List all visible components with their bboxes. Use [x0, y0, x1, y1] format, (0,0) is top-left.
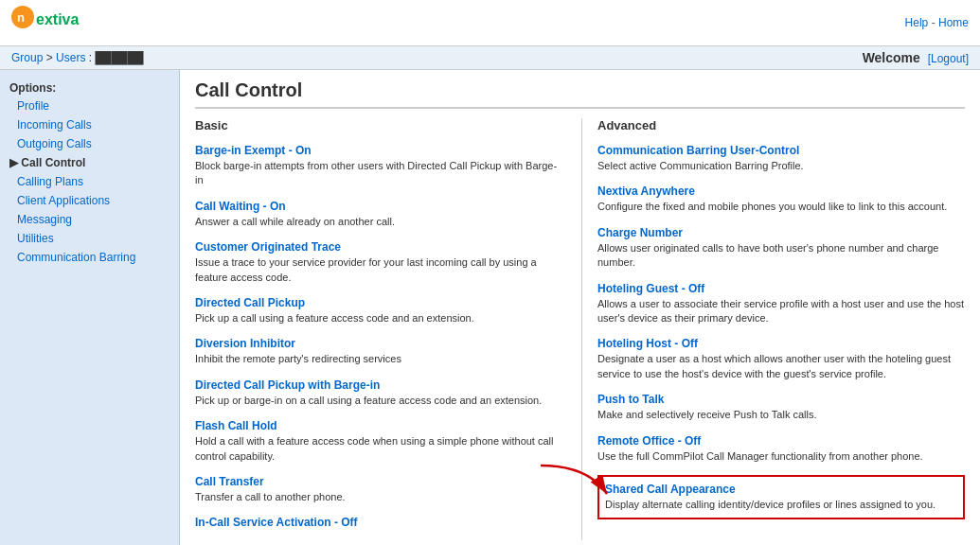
breadcrumb-bar: Group > Users : ██████ Welcome [Logout]: [0, 46, 980, 70]
customer-originated-trace-desc: Issue a trace to your service provider f…: [195, 255, 562, 285]
header: n extiva Help - Home: [0, 0, 980, 46]
nextiva-anywhere-link[interactable]: Nextiva Anywhere: [597, 185, 965, 198]
directed-call-pickup-desc: Pick up a call using a feature access co…: [195, 311, 562, 325]
directed-call-pickup-link[interactable]: Directed Call Pickup: [195, 296, 562, 309]
highlighted-feature-area: Shared Call Appearance Display alternate…: [597, 475, 965, 519]
sidebar-item-messaging[interactable]: Messaging: [0, 210, 179, 229]
remote-office-desc: Use the full CommPilot Call Manager func…: [597, 449, 965, 464]
help-link[interactable]: Help: [905, 16, 929, 29]
directed-call-pickup-barge-desc: Pick up or barge-in on a call using a fe…: [195, 394, 562, 408]
hoteling-host-desc: Designate a user as a host which allows …: [597, 352, 965, 381]
header-separator: -: [932, 16, 938, 29]
advanced-column: Advanced Communication Barring User-Cont…: [581, 118, 965, 540]
feature-hoteling-host: Hoteling Host - Off Designate a user as …: [597, 337, 965, 381]
sidebar-item-call-control[interactable]: Call Control: [0, 153, 179, 172]
content-area: Call Control Basic Barge-in Exempt - On …: [180, 70, 980, 545]
basic-column: Basic Barge-in Exempt - On Block barge-i…: [195, 118, 581, 540]
hoteling-guest-desc: Allows a user to associate their service…: [597, 297, 965, 326]
customer-originated-trace-link[interactable]: Customer Originated Trace: [195, 240, 562, 254]
barge-in-exempt-desc: Block barge-in attempts from other users…: [195, 159, 562, 188]
svg-text:extiva: extiva: [36, 11, 79, 27]
feature-nextiva-anywhere: Nextiva Anywhere Configure the fixed and…: [597, 185, 965, 214]
communication-barring-user-control-desc: Select active Communication Barring Prof…: [597, 159, 965, 173]
breadcrumb: Group > Users : ██████: [11, 51, 143, 64]
sidebar-item-incoming-calls[interactable]: Incoming Calls: [0, 115, 179, 134]
feature-charge-number: Charge Number Allows user originated cal…: [597, 226, 965, 271]
feature-call-transfer: Call Transfer Transfer a call to another…: [195, 475, 562, 504]
feature-flash-call-hold: Flash Call Hold Hold a call with a featu…: [195, 419, 562, 464]
call-waiting-link[interactable]: Call Waiting - On: [195, 200, 562, 213]
header-right: Help - Home: [905, 16, 969, 29]
feature-diversion-inhibitor: Diversion Inhibitor Inhibit the remote p…: [195, 337, 562, 366]
feature-remote-office: Remote Office - Off Use the full CommPil…: [597, 434, 965, 464]
charge-number-link[interactable]: Charge Number: [597, 226, 965, 239]
logo: n extiva: [11, 6, 116, 40]
features-columns: Basic Barge-in Exempt - On Block barge-i…: [195, 118, 965, 540]
logout-link[interactable]: [Logout]: [928, 52, 969, 65]
basic-header: Basic: [195, 118, 562, 134]
push-to-talk-desc: Make and selectively receive Push to Tal…: [597, 408, 965, 422]
in-call-service-activation-link[interactable]: In-Call Service Activation - Off: [195, 516, 562, 529]
call-transfer-desc: Transfer a call to another phone.: [195, 490, 562, 504]
flash-call-hold-link[interactable]: Flash Call Hold: [195, 419, 562, 432]
feature-push-to-talk: Push to Talk Make and selectively receiv…: [597, 393, 965, 422]
diversion-inhibitor-link[interactable]: Diversion Inhibitor: [195, 337, 562, 350]
main-layout: Options: Profile Incoming Calls Outgoing…: [0, 70, 980, 545]
welcome-label: Welcome: [863, 50, 920, 65]
nextiva-anywhere-desc: Configure the fixed and mobile phones yo…: [597, 200, 965, 214]
user-value: ██████: [95, 51, 143, 64]
communication-barring-user-control-link[interactable]: Communication Barring User-Control: [597, 144, 965, 157]
welcome-area: Welcome [Logout]: [863, 50, 969, 65]
feature-in-call-service-activation: In-Call Service Activation - Off: [195, 516, 562, 529]
group-link[interactable]: Group: [11, 51, 43, 64]
feature-barge-in-exempt: Barge-in Exempt - On Block barge-in atte…: [195, 144, 562, 188]
logo-svg: n extiva: [11, 6, 116, 40]
sidebar-item-outgoing-calls[interactable]: Outgoing Calls: [0, 134, 179, 153]
hoteling-guest-link[interactable]: Hoteling Guest - Off: [597, 282, 965, 295]
feature-customer-originated-trace: Customer Originated Trace Issue a trace …: [195, 240, 562, 285]
shared-call-appearance-link[interactable]: Shared Call Appearance: [605, 483, 957, 496]
flash-call-hold-desc: Hold a call with a feature access code w…: [195, 434, 562, 464]
sidebar-item-utilities[interactable]: Utilities: [0, 229, 179, 248]
feature-hoteling-guest: Hoteling Guest - Off Allows a user to as…: [597, 282, 965, 326]
shared-call-appearance-desc: Display alternate calling identity/devic…: [605, 498, 957, 512]
feature-directed-call-pickup: Directed Call Pickup Pick up a call usin…: [195, 296, 562, 325]
home-link[interactable]: Home: [938, 16, 969, 29]
diversion-inhibitor-desc: Inhibit the remote party's redirecting s…: [195, 352, 562, 366]
sidebar: Options: Profile Incoming Calls Outgoing…: [0, 70, 180, 545]
sidebar-item-calling-plans[interactable]: Calling Plans: [0, 172, 179, 191]
sidebar-item-communication-barring[interactable]: Communication Barring: [0, 248, 179, 267]
call-waiting-desc: Answer a call while already on another c…: [195, 215, 562, 229]
charge-number-desc: Allows user originated calls to have bot…: [597, 241, 965, 271]
directed-call-pickup-barge-link[interactable]: Directed Call Pickup with Barge-in: [195, 378, 562, 392]
feature-shared-call-appearance: Shared Call Appearance Display alternate…: [597, 475, 965, 519]
advanced-header: Advanced: [597, 118, 965, 134]
call-transfer-link[interactable]: Call Transfer: [195, 475, 562, 488]
feature-call-waiting: Call Waiting - On Answer a call while al…: [195, 200, 562, 229]
feature-directed-call-pickup-barge: Directed Call Pickup with Barge-in Pick …: [195, 378, 562, 408]
sidebar-item-client-applications[interactable]: Client Applications: [0, 191, 179, 210]
hoteling-host-link[interactable]: Hoteling Host - Off: [597, 337, 965, 350]
remote-office-link[interactable]: Remote Office - Off: [597, 434, 965, 448]
sidebar-item-profile[interactable]: Profile: [0, 97, 179, 115]
feature-communication-barring-user-control: Communication Barring User-Control Selec…: [597, 144, 965, 173]
push-to-talk-link[interactable]: Push to Talk: [597, 393, 965, 406]
page-title: Call Control: [195, 79, 965, 109]
users-link[interactable]: Users: [56, 51, 85, 64]
sidebar-options-title: Options:: [0, 78, 179, 97]
barge-in-exempt-link[interactable]: Barge-in Exempt - On: [195, 144, 562, 157]
svg-text:n: n: [17, 10, 25, 25]
